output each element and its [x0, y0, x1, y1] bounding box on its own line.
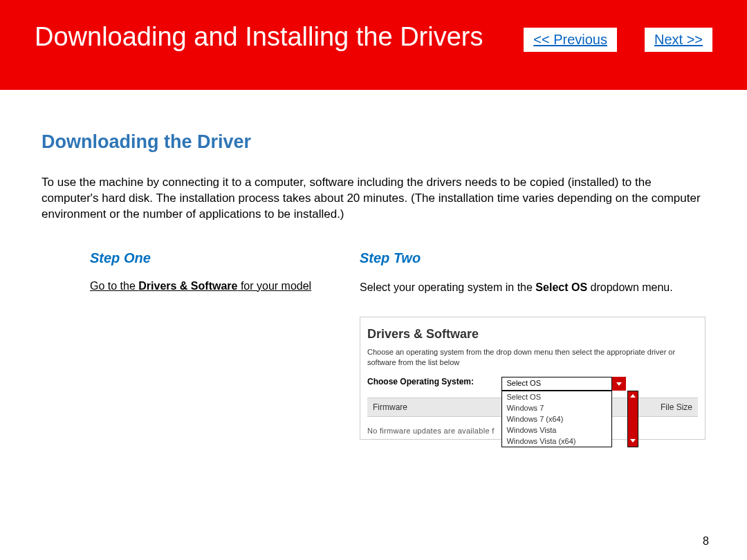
desc-pre: Select your operating system in the	[360, 281, 535, 293]
screenshot-title: Drivers & Software	[367, 327, 698, 342]
content-area: Downloading the Driver To use the machin…	[0, 90, 747, 440]
screenshot-description: Choose an operating system from the drop…	[367, 347, 698, 367]
drivers-software-link[interactable]: Go to the Drivers & Software for your mo…	[90, 280, 311, 292]
scroll-up-icon[interactable]	[628, 391, 638, 402]
link-text-post: for your model	[237, 280, 311, 292]
step-two: Step Two Select your operating system in…	[360, 250, 706, 440]
steps-container: Step One Go to the Drivers & Software fo…	[42, 250, 706, 440]
step-two-title: Step Two	[360, 250, 706, 266]
nav-buttons: << Previous Next >>	[524, 28, 712, 52]
step-one: Step One Go to the Drivers & Software fo…	[42, 250, 332, 440]
intro-paragraph: To use the machine by connecting it to a…	[42, 175, 706, 223]
step-two-description: Select your operating system in the Sele…	[360, 280, 706, 295]
dropdown-scrollbar[interactable]	[627, 391, 638, 447]
section-heading: Downloading the Driver	[42, 131, 706, 153]
step-one-title: Step One	[90, 250, 332, 266]
previous-button[interactable]: << Previous	[524, 28, 617, 52]
page-title: Downloading and Installing the Drivers	[35, 22, 483, 52]
os-option[interactable]: Select OS	[502, 391, 611, 402]
link-text-bold: Drivers & Software	[138, 280, 237, 292]
os-dropdown-list: Select OS Windows 7 Windows 7 (x64) Wind…	[501, 391, 612, 447]
chevron-down-icon[interactable]	[612, 377, 626, 391]
next-button[interactable]: Next >>	[645, 28, 712, 52]
os-option[interactable]: Windows Vista (x64)	[502, 436, 611, 447]
desc-post: dropdown menu.	[587, 281, 673, 293]
os-dropdown[interactable]: Select OS Select OS Windows 7 Windows 7 …	[501, 377, 626, 391]
scroll-down-icon[interactable]	[628, 436, 638, 447]
drivers-software-screenshot: Drivers & Software Choose an operating s…	[360, 317, 706, 440]
col-firmware: Firmware	[373, 402, 504, 412]
desc-bold: Select OS	[535, 281, 587, 293]
page-number: 8	[703, 535, 709, 548]
link-text-pre: Go to the	[90, 280, 138, 292]
os-selector-row: Choose Operating System: Select OS Selec…	[367, 377, 698, 391]
os-option[interactable]: Windows Vista	[502, 424, 611, 436]
header-bar: Downloading and Installing the Drivers <…	[0, 0, 747, 90]
os-dropdown-value: Select OS	[501, 377, 612, 391]
os-option[interactable]: Windows 7 (x64)	[502, 413, 611, 424]
os-option[interactable]: Windows 7	[502, 402, 611, 413]
choose-os-label: Choose Operating System:	[367, 377, 499, 386]
